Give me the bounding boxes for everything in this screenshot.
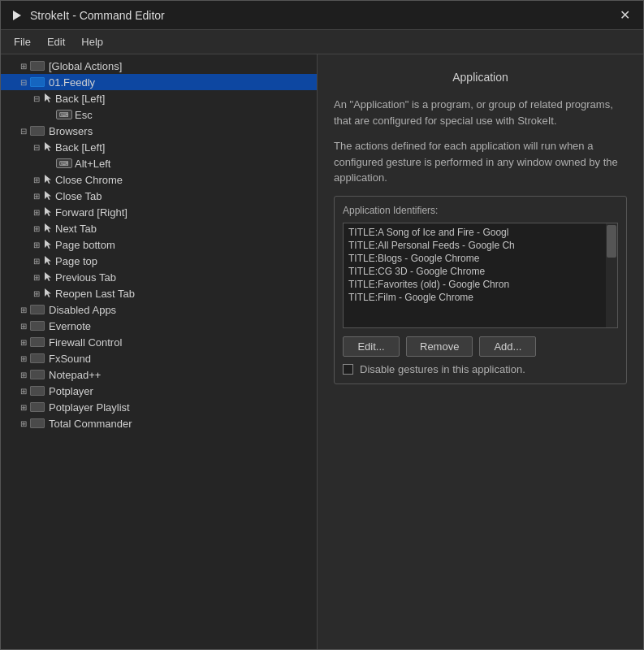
tree-item-back-left-2[interactable]: ⊟ Back [Left] (1, 139, 317, 155)
remove-button[interactable]: Remove (406, 336, 473, 357)
expand-icon[interactable]: ⊞ (17, 303, 30, 316)
tree-item-total-commander[interactable]: ⊞ Total Commander (1, 415, 317, 431)
expand-icon[interactable]: ⊞ (30, 254, 43, 267)
expand-icon[interactable]: ⊞ (17, 384, 30, 397)
title-bar: StrokeIt - Command Editor ✕ (1, 1, 643, 30)
expand-icon[interactable]: ⊟ (30, 141, 43, 154)
tree-label: Esc (75, 109, 93, 121)
list-item[interactable]: TITLE:Film - Google Chrome (346, 291, 615, 304)
description-1: An "Application" is a program, or group … (334, 97, 627, 128)
expand-icon[interactable]: ⊞ (30, 222, 43, 235)
folder-icon-blue (30, 76, 46, 88)
cursor-icon (43, 93, 53, 104)
cursor-icon (43, 206, 53, 218)
tree-panel: ⊞ [Global Actions] ⊟ 01.Feedly ⊟ Back [L… (1, 54, 318, 649)
tree-item-alt-left[interactable]: ⌨ Alt+Left (1, 155, 317, 171)
expand-icon[interactable]: ⊟ (17, 76, 30, 89)
tree-label: Potplayer (49, 385, 93, 397)
cursor-icon (43, 271, 53, 283)
tree-label: Page bottom (55, 239, 115, 251)
tree-label: Total Commander (49, 418, 132, 430)
expand-icon[interactable]: ⊞ (17, 336, 30, 349)
tree-item-next-tab[interactable]: ⊞ Next Tab (1, 220, 317, 236)
button-row: Edit... Remove Add... (343, 336, 618, 357)
list-item[interactable]: TITLE:A Song of Ice and Fire - Googl (346, 226, 615, 239)
window-title: StrokeIt - Command Editor (30, 9, 165, 22)
tree-item-notepadpp[interactable]: ⊞ Notepad++ (1, 366, 317, 383)
close-button[interactable]: ✕ (616, 7, 633, 23)
expand-icon[interactable]: ⊞ (30, 206, 43, 219)
menu-help[interactable]: Help (75, 33, 110, 50)
expand-icon[interactable]: ⊞ (17, 368, 30, 381)
main-window: StrokeIt - Command Editor ✕ File Edit He… (0, 0, 644, 650)
tree-label: Close Tab (55, 190, 102, 202)
tree-label: Evernote (49, 320, 91, 332)
main-content: ⊞ [Global Actions] ⊟ 01.Feedly ⊟ Back [L… (1, 54, 643, 649)
tree-label: 01.Feedly (49, 76, 95, 89)
tree-item-close-chrome[interactable]: ⊞ Close Chrome (1, 171, 317, 188)
list-item[interactable]: TITLE:All Personal Feeds - Google Ch (346, 239, 615, 252)
cursor-icon (43, 223, 53, 234)
identifiers-list[interactable]: TITLE:A Song of Ice and Fire - Googl TIT… (343, 223, 618, 328)
tree-item-page-top[interactable]: ⊞ Page top (1, 253, 317, 269)
add-button[interactable]: Add... (479, 336, 536, 357)
cursor-icon (43, 174, 53, 185)
folder-icon (30, 125, 46, 136)
expand-icon[interactable]: ⊞ (17, 319, 30, 332)
expand-icon[interactable]: ⊞ (17, 417, 30, 430)
tree-item-back-left-1[interactable]: ⊟ Back [Left] (1, 90, 317, 106)
expand-icon[interactable]: ⊞ (17, 59, 30, 72)
list-item[interactable]: TITLE:CG 3D - Google Chrome (346, 265, 615, 278)
scrollbar-thumb[interactable] (607, 225, 616, 258)
tree-item-page-bottom[interactable]: ⊞ Page bottom (1, 236, 317, 253)
scrollbar-track[interactable] (606, 223, 617, 327)
tree-item-global-actions[interactable]: ⊞ [Global Actions] (1, 58, 317, 74)
tree-label: Forward [Right] (55, 206, 128, 219)
tree-item-close-tab[interactable]: ⊞ Close Tab (1, 188, 317, 204)
folder-icon (30, 353, 46, 364)
cursor-icon (43, 190, 53, 202)
tree-label: Alt+Left (75, 158, 110, 170)
list-item[interactable]: TITLE:Favorites (old) - Google Chron (346, 278, 615, 291)
cursor-icon (43, 239, 53, 250)
tree-item-potplayer[interactable]: ⊞ Potplayer (1, 383, 317, 399)
tree-item-fxsound[interactable]: ⊞ FxSound (1, 350, 317, 366)
tree-label: FxSound (49, 353, 91, 365)
tree-label: Disabled Apps (49, 304, 116, 316)
tree-label: Notepad++ (49, 369, 101, 381)
list-item[interactable]: TITLE:Blogs - Google Chrome (346, 252, 615, 265)
tree-item-forward-right[interactable]: ⊞ Forward [Right] (1, 204, 317, 220)
tree-label: [Global Actions] (49, 60, 122, 72)
tree-item-esc[interactable]: ⌨ Esc (1, 106, 317, 123)
expand-icon[interactable]: ⊞ (30, 271, 43, 284)
tree-item-reopen-last-tab[interactable]: ⊞ Reopen Last Tab (1, 285, 317, 301)
tree-item-disabled-apps[interactable]: ⊞ Disabled Apps (1, 301, 317, 318)
folder-icon (30, 385, 46, 396)
expand-icon[interactable]: ⊞ (17, 401, 30, 414)
disable-gestures-checkbox[interactable] (343, 364, 353, 375)
folder-icon (30, 320, 46, 332)
expand-icon-empty (43, 108, 56, 121)
menu-edit[interactable]: Edit (41, 33, 71, 50)
app-identifiers-section: Application Identifiers: TITLE:A Song of… (334, 196, 627, 384)
folder-icon (30, 304, 46, 315)
tree-label: Back [Left] (55, 141, 105, 154)
svg-marker-0 (13, 11, 21, 20)
expand-icon[interactable]: ⊟ (30, 92, 43, 105)
section-title: Application (334, 71, 627, 84)
tree-item-firewall-control[interactable]: ⊞ Firewall Control (1, 334, 317, 350)
tree-item-01-feedly[interactable]: ⊟ 01.Feedly (1, 74, 317, 90)
expand-icon[interactable]: ⊞ (30, 173, 43, 186)
expand-icon[interactable]: ⊞ (30, 287, 43, 300)
expand-icon[interactable]: ⊞ (30, 238, 43, 251)
menu-file[interactable]: File (7, 33, 37, 50)
menu-bar: File Edit Help (1, 30, 643, 54)
expand-icon[interactable]: ⊞ (30, 189, 43, 202)
expand-icon[interactable]: ⊟ (17, 124, 30, 137)
tree-item-potplayer-playlist[interactable]: ⊞ Potplayer Playlist (1, 399, 317, 415)
tree-item-previous-tab[interactable]: ⊞ Previous Tab (1, 269, 317, 285)
tree-item-evernote[interactable]: ⊞ Evernote (1, 318, 317, 334)
tree-item-browsers[interactable]: ⊟ Browsers (1, 123, 317, 139)
edit-button[interactable]: Edit... (343, 336, 400, 357)
expand-icon[interactable]: ⊞ (17, 352, 30, 365)
